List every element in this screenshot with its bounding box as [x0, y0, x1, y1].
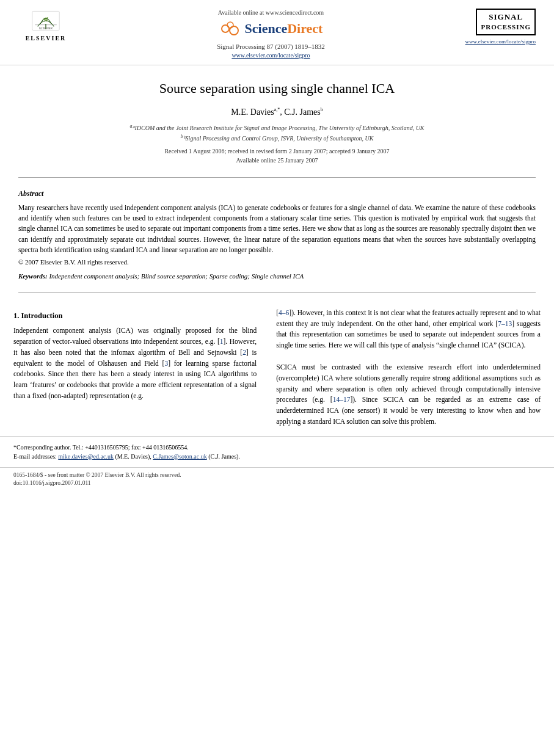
intro-paragraph-right-2: SCICA must be contrasted with the extens…: [276, 362, 541, 427]
journal-url[interactable]: www.elsevier.com/locate/sigpro: [231, 51, 310, 60]
abstract-section: Abstract Many researchers have recently …: [0, 184, 554, 286]
svg-point-7: [230, 26, 238, 35]
elsevier-label: ELSEVIER: [26, 34, 67, 43]
authors: M.E. Daviesa,*, C.J. Jamesb: [37, 106, 517, 118]
intro-paragraph-right-1: [4–6]). However, in this context it is n…: [276, 308, 541, 351]
keywords-label: Keywords:: [18, 272, 48, 280]
elsevier-logo: 🌿 ELSEVIER ELSEVIER: [18, 9, 73, 45]
copyright: © 2007 Elsevier B.V. All rights reserved…: [18, 258, 536, 267]
header: 🌿 ELSEVIER ELSEVIER Available online at …: [0, 0, 554, 65]
sciencedirect-logo: ScienceDirect: [219, 20, 323, 38]
sd-direct: Direct: [287, 21, 323, 36]
title-section: Source separation using single channel I…: [0, 65, 554, 171]
section1-heading: 1. Introduction: [13, 310, 257, 322]
header-center: Available online at www.sciencedirect.co…: [73, 9, 468, 60]
divider-after-title: [18, 177, 536, 178]
keywords-values: Independent component analysis; Blind so…: [49, 272, 304, 280]
sp-signal-text: SIGNAL: [481, 12, 531, 23]
body-columns: 1. Introduction Independent component an…: [0, 299, 554, 427]
sp-journal-link[interactable]: www.elsevier.com/locate/sigpro: [465, 38, 536, 46]
column-right: [4–6]). However, in this context it is n…: [266, 308, 541, 427]
page: 🌿 ELSEVIER ELSEVIER Available online at …: [0, 0, 554, 756]
keywords-line: Keywords: Independent component analysis…: [18, 272, 536, 281]
intro-paragraph-left: Independent component analysis (ICA) was…: [13, 325, 257, 402]
email-link-2[interactable]: C.James@soton.ac.uk: [153, 453, 206, 460]
footer-doi: doi:10.1016/j.sigpro.2007.01.011: [13, 480, 91, 486]
paper-title: Source separation using single channel I…: [37, 80, 517, 98]
email-link-1[interactable]: mike.davies@ed.ac.uk: [58, 453, 114, 460]
column-left: 1. Introduction Independent component an…: [13, 308, 266, 427]
footnote-email: E-mail addresses: mike.davies@ed.ac.uk (…: [13, 452, 541, 461]
footer-bar: 0165-1684/$ - see front matter © 2007 El…: [0, 467, 554, 492]
journal-volume: Signal Processing 87 (2007) 1819–1832: [217, 42, 325, 51]
abstract-text: Many researchers have recently used inde…: [18, 203, 536, 255]
sciencedirect-wordmark: ScienceDirect: [245, 20, 323, 38]
sd-science: Science: [245, 21, 288, 36]
sciencedirect-icon: [219, 20, 241, 37]
footnote-corresponding: *Corresponding author. Tel.: +4401316505…: [13, 443, 541, 452]
elsevier-tree-icon: 🌿 ELSEVIER: [27, 9, 64, 33]
svg-point-5: [222, 25, 229, 32]
abstract-title: Abstract: [18, 189, 536, 199]
divider-after-abstract: [18, 293, 536, 293]
footer-copyright: 0165-1684/$ - see front matter © 2007 El…: [13, 472, 181, 478]
available-online-text: Available online at www.sciencedirect.co…: [218, 9, 324, 17]
signal-processing-logo: SIGNAL PROCESSING www.elsevier.com/locat…: [468, 9, 536, 45]
affiliations: aᵃIDCOM and the Joint Research Institute…: [37, 123, 517, 143]
sp-processing-text: PROCESSING: [481, 23, 531, 32]
received-info: Received 1 August 2006; received in revi…: [37, 147, 517, 165]
footnote-section: *Corresponding author. Tel.: +4401316505…: [0, 436, 554, 461]
